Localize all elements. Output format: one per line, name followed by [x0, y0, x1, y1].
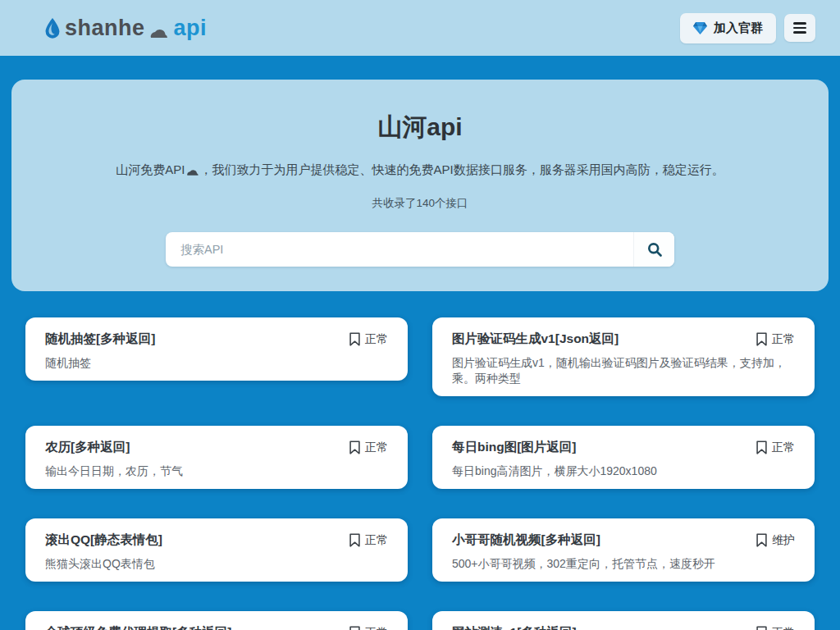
card-header: 小哥哥随机视频[多种返回] 维护 [452, 531, 795, 549]
api-description: 输出今日日期，农历，节气 [45, 463, 388, 479]
gem-icon [693, 22, 707, 34]
status-badge: 维护 [756, 531, 795, 549]
api-card[interactable]: 随机抽签[多种返回] 正常 随机抽签 [25, 317, 408, 381]
bookmark-icon [756, 332, 768, 346]
status-badge: 正常 [756, 623, 795, 630]
status-badge: 正常 [349, 623, 388, 630]
card-header: 图片验证码生成v1[Json返回] 正常 [452, 330, 795, 348]
api-description: 熊猫头滚出QQ表情包 [45, 556, 388, 572]
card-header: 全球顶级免费代理提取[多种返回] 正常 [45, 623, 388, 630]
status-label: 正常 [365, 623, 388, 630]
status-badge: 正常 [756, 438, 795, 456]
api-card[interactable]: 小哥哥随机视频[多种返回] 维护 500+小哥哥视频，302重定向，托管节点，速… [432, 518, 815, 582]
logo-text-shanhe: shanhe [65, 16, 145, 41]
hero-subtitle-suffix: ，我们致力于为用户提供稳定、快速的免费API数据接口服务，服务器采用国内高防，稳… [200, 161, 724, 178]
api-description: 500+小哥哥视频，302重定向，托管节点，速度秒开 [452, 556, 795, 572]
bookmark-icon [756, 441, 768, 454]
search-input[interactable] [166, 232, 633, 267]
api-card-grid: 随机抽签[多种返回] 正常 随机抽签 图片验证码生成v1[Json返回] [25, 317, 815, 630]
status-badge: 正常 [349, 438, 388, 456]
join-group-label: 加入官群 [714, 21, 763, 36]
api-count-text: 共收录了140个接口 [372, 196, 468, 211]
page-title: 山河api [377, 109, 462, 145]
card-header: 随机抽签[多种返回] 正常 [45, 330, 388, 348]
site-logo[interactable]: shanhe api [44, 16, 207, 41]
search-button[interactable] [633, 232, 674, 267]
api-title: 图片验证码生成v1[Json返回] [452, 330, 619, 348]
card-header: 农历[多种返回] 正常 [45, 438, 388, 456]
top-header: shanhe api 加入官群 [0, 0, 840, 56]
api-title: 网站测速v1[多种返回] [452, 623, 577, 630]
status-label: 正常 [772, 438, 795, 456]
search-bar [166, 232, 674, 267]
status-label: 正常 [772, 623, 795, 630]
api-card[interactable]: 全球顶级免费代理提取[多种返回] 正常 [25, 611, 408, 630]
card-header: 每日bing图[图片返回] 正常 [452, 438, 795, 456]
api-title: 全球顶级免费代理提取[多种返回] [45, 623, 231, 630]
status-badge: 正常 [756, 330, 795, 348]
status-badge: 正常 [349, 330, 388, 348]
bookmark-icon [349, 332, 361, 346]
api-title: 随机抽签[多种返回] [45, 330, 155, 348]
hero-subtitle: 山河免费API ，我们致力于为用户提供稳定、快速的免费API数据接口服务，服务器… [116, 158, 724, 180]
api-card[interactable]: 网站测速v1[多种返回] 正常 [432, 611, 815, 630]
status-badge: 正常 [349, 531, 388, 549]
cloud-icon [186, 162, 199, 180]
join-group-button[interactable]: 加入官群 [680, 13, 776, 43]
api-card[interactable]: 农历[多种返回] 正常 输出今日日期，农历，节气 [25, 426, 408, 489]
api-card[interactable]: 图片验证码生成v1[Json返回] 正常 图片验证码生成v1，随机输出验证码图片… [432, 317, 815, 396]
hero-panel: 山河api 山河免费API ，我们致力于为用户提供稳定、快速的免费API数据接口… [11, 80, 829, 291]
bookmark-icon [756, 533, 768, 547]
card-header: 网站测速v1[多种返回] 正常 [452, 623, 795, 630]
search-icon [646, 241, 663, 258]
hamburger-menu-button[interactable] [784, 14, 815, 42]
api-title: 小哥哥随机视频[多种返回] [452, 531, 600, 549]
api-description: 随机抽签 [45, 355, 388, 371]
status-label: 正常 [365, 438, 388, 456]
bookmark-icon [756, 626, 768, 630]
status-label: 正常 [365, 330, 388, 348]
api-card[interactable]: 滚出QQ[静态表情包] 正常 熊猫头滚出QQ表情包 [25, 518, 408, 582]
logo-text-api: api [174, 16, 208, 41]
water-drop-icon [44, 17, 61, 39]
header-actions: 加入官群 [680, 13, 815, 43]
hero-subtitle-prefix: 山河免费API [116, 161, 185, 178]
bookmark-icon [349, 441, 361, 454]
api-description: 图片验证码生成v1，随机输出验证码图片及验证码结果，支持加，乘。两种类型 [452, 355, 795, 386]
hamburger-icon [793, 22, 806, 25]
api-title: 农历[多种返回] [45, 438, 130, 456]
api-description: 每日bing高清图片，横屏大小1920x1080 [452, 463, 795, 479]
bookmark-icon [349, 626, 361, 630]
api-title: 每日bing图[图片返回] [452, 438, 577, 456]
card-header: 滚出QQ[静态表情包] 正常 [45, 531, 388, 549]
api-title: 滚出QQ[静态表情包] [45, 531, 162, 549]
cloud-icon [149, 27, 169, 38]
status-label: 维护 [772, 531, 795, 549]
status-label: 正常 [365, 531, 388, 549]
api-card[interactable]: 每日bing图[图片返回] 正常 每日bing高清图片，横屏大小1920x108… [432, 426, 815, 489]
bookmark-icon [349, 533, 361, 547]
status-label: 正常 [772, 330, 795, 348]
